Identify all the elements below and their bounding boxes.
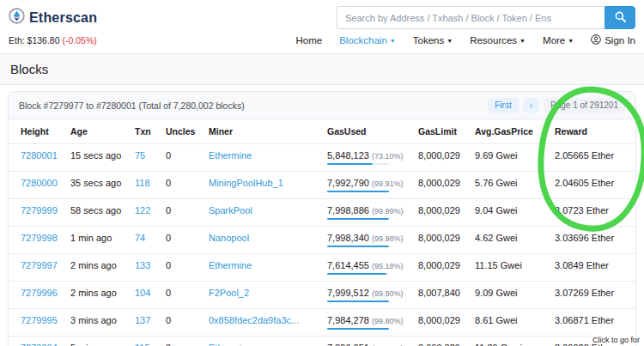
miner-link[interactable]: MiningPoolHub_1 [209, 178, 283, 188]
txn-count-link[interactable]: 115 [135, 343, 150, 346]
content-area: Block #7279977 to #7280001 (Total of 7,2… [0, 85, 644, 346]
gas-used-value: 7,614,455 [327, 260, 369, 270]
table-row: 72799945 mins ago1150Ethermine7,996,051 … [9, 337, 635, 346]
page-title-band: Blocks [0, 54, 644, 85]
gas-used-bar [327, 300, 389, 302]
gas-used-value: 7,992,790 [327, 178, 369, 188]
block-height-link[interactable]: 7279998 [21, 233, 58, 243]
chevron-down-icon: ▼ [568, 38, 574, 44]
block-height-link[interactable]: 7280001 [21, 150, 58, 161]
txn-count-link[interactable]: 118 [135, 178, 150, 188]
search-bar [337, 6, 635, 29]
nav-item-tokens[interactable]: Tokens ▼ [413, 35, 453, 46]
block-reward: 2.05665 Ether [550, 144, 635, 172]
block-height-link[interactable]: 7279997 [21, 260, 58, 270]
pagination-prev-button[interactable]: ‹ [523, 98, 539, 112]
nav-more-label: More [543, 35, 565, 46]
block-reward: 3.06871 Ether [550, 309, 635, 337]
miner-link[interactable]: 0x858fdec2da9fa3c... [209, 315, 299, 325]
miner-link[interactable]: SparkPool [209, 205, 252, 215]
txn-count-link[interactable]: 75 [135, 150, 145, 161]
person-icon [591, 34, 601, 46]
txn-count-link[interactable]: 122 [135, 205, 150, 215]
col-avggasprice: Avg.GasPrice [470, 119, 550, 144]
table-row: 72799962 mins ago1040F2Pool_27,999,512 (… [9, 282, 635, 309]
pagination: First ‹ Page 1 of 291201 [488, 98, 625, 112]
nav-item-more[interactable]: More ▼ [543, 35, 574, 46]
gas-used-cell: 7,984,278 (99.80%) [322, 309, 413, 337]
etherscan-blocks-page: Etherscan Eth: $136.80 (-0.05%) Home [0, 0, 644, 346]
avg-gas-price: 9.69 Gwei [470, 144, 550, 172]
nav-item-home[interactable]: Home [296, 35, 323, 46]
col-gasused: GasUsed [322, 119, 413, 144]
col-height: Height [9, 119, 65, 144]
gas-used-cell: 7,992,790 (99.91%) [322, 172, 413, 199]
block-height-link[interactable]: 7279994 [21, 343, 58, 346]
block-reward: 2.04605 Ether [550, 172, 635, 199]
gas-limit: 8,000,029 [413, 337, 470, 346]
search-input[interactable] [337, 6, 605, 29]
chevron-down-icon: ▼ [390, 38, 396, 44]
eth-price-value: Eth: $136.80 [9, 35, 60, 46]
nav-item-blockchain[interactable]: Blockchain ▼ [339, 35, 396, 46]
pagination-first-button[interactable]: First [488, 98, 518, 112]
search-button[interactable] [605, 6, 635, 29]
block-height-link[interactable]: 7279999 [21, 205, 58, 215]
gas-used-bar [327, 191, 389, 192]
block-reward: 3.0723 Ether [550, 199, 635, 227]
gas-used-cell: 7,999,512 (99.90%) [322, 282, 413, 309]
gas-used-percent: (99.98%) [372, 234, 404, 243]
avg-gas-price: 5.76 Gwei [470, 172, 550, 199]
uncles-count: 0 [161, 172, 204, 199]
brand-name: Etherscan [29, 10, 97, 26]
gas-used-value: 7,998,886 [327, 205, 369, 215]
gas-limit: 8,000,029 [413, 144, 470, 172]
txn-count-link[interactable]: 104 [135, 288, 150, 298]
uncles-count: 0 [161, 282, 204, 309]
block-age: 1 min ago [65, 227, 130, 254]
gas-limit: 8,000,029 [413, 254, 470, 282]
top-header: Etherscan [0, 0, 644, 33]
txn-count-link[interactable]: 133 [135, 260, 150, 270]
gas-used-bar [327, 273, 389, 275]
miner-link[interactable]: Ethermine [209, 260, 252, 270]
gas-used-cell: 7,998,340 (99.98%) [322, 227, 413, 254]
gas-limit: 8,000,029 [413, 309, 470, 337]
etherscan-logo[interactable]: Etherscan [9, 8, 97, 27]
table-row: 72799972 mins ago1330Ethermine7,614,455 … [9, 254, 635, 282]
block-age: 3 mins ago [65, 309, 130, 337]
gas-used-cell: 5,848,123 (73.10%) [322, 144, 413, 172]
txn-count-link[interactable]: 137 [135, 315, 150, 325]
miner-link[interactable]: Ethermine [209, 343, 252, 346]
table-row: 728000035 secs ago1180MiningPoolHub_17,9… [9, 172, 635, 199]
gas-used-bar [327, 163, 389, 165]
gas-used-value: 7,996,051 [327, 343, 369, 346]
avg-gas-price: 8.61 Gwei [470, 309, 550, 337]
click-hint-text: Click to go for [591, 336, 641, 344]
block-reward: 3.07269 Ether [550, 282, 635, 309]
table-row: 72799981 min ago740Nanopool7,998,340 (99… [9, 227, 635, 254]
block-reward: 3.03696 Ether [550, 227, 635, 254]
uncles-count: 0 [161, 254, 204, 282]
gas-used-bar [327, 246, 389, 247]
miner-link[interactable]: Ethermine [209, 150, 252, 161]
page-title: Blocks [10, 62, 634, 76]
block-age: 35 secs ago [65, 172, 130, 199]
gas-used-bar [327, 328, 389, 330]
txn-count-link[interactable]: 74 [135, 233, 145, 243]
gas-used-bar [327, 218, 389, 220]
miner-link[interactable]: Nanopool [209, 233, 249, 243]
uncles-count: 0 [161, 337, 204, 346]
block-height-link[interactable]: 7279995 [21, 315, 58, 325]
sign-in-button[interactable]: Sign In [591, 34, 635, 46]
nav-home-label: Home [296, 35, 323, 46]
table-header-row: Height Age Txn Uncles Miner GasUsed GasL… [9, 119, 635, 144]
miner-link[interactable]: F2Pool_2 [209, 288, 249, 298]
card-header: Block #7279977 to #7280001 (Total of 7,2… [9, 92, 635, 119]
block-height-link[interactable]: 7280000 [21, 178, 58, 188]
nav-item-resources[interactable]: Resources ▼ [470, 35, 526, 46]
gas-limit: 8,007,840 [413, 282, 470, 309]
blocks-table: Height Age Txn Uncles Miner GasUsed GasL… [9, 119, 635, 346]
block-range-summary: Block #7279977 to #7280001 (Total of 7,2… [19, 100, 245, 111]
block-height-link[interactable]: 7279996 [21, 288, 58, 298]
